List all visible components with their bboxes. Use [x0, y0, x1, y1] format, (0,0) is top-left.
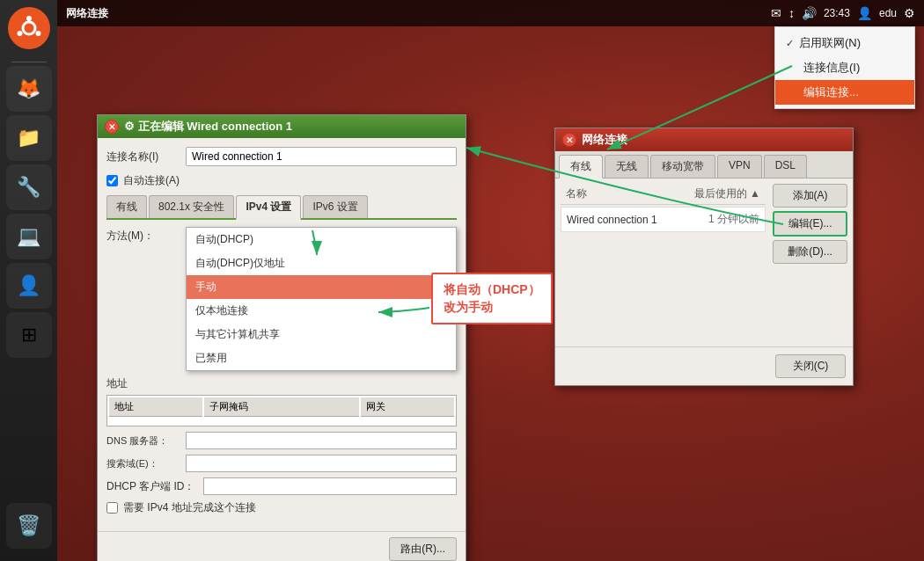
- net-dialog-footer: 关闭(C): [555, 346, 853, 385]
- edit-tab-wired[interactable]: 有线: [106, 195, 147, 218]
- dns-label: DNS 服务器：: [106, 434, 186, 448]
- taskbar-grid[interactable]: ⊞: [6, 312, 52, 358]
- net-tab-vpn[interactable]: VPN: [717, 155, 762, 178]
- svg-point-3: [17, 31, 22, 36]
- dns-row: DNS 服务器：: [106, 432, 457, 449]
- panel-time: 23:43: [824, 7, 850, 19]
- sys-tray-enable-label: 启用联网(N): [799, 35, 861, 51]
- route-button[interactable]: 路由(R)...: [389, 537, 457, 561]
- network-icon[interactable]: ↕: [788, 6, 795, 20]
- dhcp-input[interactable]: [203, 477, 457, 495]
- checkmark-icon: ✓: [786, 38, 794, 49]
- edit-tabs: 有线 802.1x 安全性 IPv4 设置 IPv6 设置: [106, 195, 457, 220]
- net-table-row[interactable]: Wired connection 1 1 分钟以前: [561, 207, 766, 232]
- net-dialog-tabs: 有线 无线 移动宽带 VPN DSL: [555, 151, 853, 178]
- taskbar-divider: [11, 62, 47, 62]
- method-auto-dhcp[interactable]: 自动(DHCP): [187, 228, 456, 251]
- conn-name-row: 连接名称(I): [106, 147, 457, 166]
- annotation-line1: 将自动（DHCP）: [444, 281, 540, 299]
- edit-title: ⚙ 正在编辑 Wired connection 1: [124, 119, 292, 135]
- net-dialog-title: 网络连接: [582, 132, 627, 148]
- address-section: 地址 地址 子网掩码 网关: [106, 376, 457, 426]
- sys-tray-enable-network[interactable]: ✓ 启用联网(N): [775, 31, 914, 55]
- close-button[interactable]: 关闭(C): [775, 354, 846, 378]
- sys-tray-info-label: 连接信息(I): [803, 60, 860, 76]
- delete-button[interactable]: 删除(D)...: [773, 240, 847, 264]
- addr-col-addr: 地址: [109, 397, 202, 417]
- mask-cell: [204, 419, 358, 424]
- address-label: 地址: [106, 376, 457, 391]
- address-row[interactable]: [109, 419, 454, 424]
- taskbar-trash[interactable]: 🗑️: [6, 503, 52, 549]
- dropdown-menu: 自动(DHCP) 自动(DHCP)仅地址 手动 仅本地连接 与其它计算机共享 已…: [186, 227, 457, 371]
- gw-cell: [361, 419, 454, 424]
- annotation-line2: 改为手动: [444, 299, 540, 317]
- taskbar-settings[interactable]: 🔧: [6, 164, 52, 210]
- top-panel: 网络连接 ✉ ↕ 🔊 23:43 👤 edu ⚙: [57, 0, 924, 26]
- taskbar: 🦊 📁 🔧 💻 👤 ⊞ 🗑️: [0, 0, 57, 561]
- edit-body: 连接名称(I) 自动连接(A) 有线 802.1x 安全性 IPv4 设置 IP…: [98, 138, 466, 531]
- panel-title: 网络连接: [66, 6, 108, 21]
- sys-tray-edit-label: 编辑连接...: [803, 84, 859, 100]
- annotation-box: 将自动（DHCP） 改为手动: [431, 273, 553, 324]
- taskbar-files[interactable]: 📁: [6, 115, 52, 161]
- dns-input[interactable]: [186, 432, 457, 449]
- edit-tab-security[interactable]: 802.1x 安全性: [149, 195, 234, 218]
- edit-tab-ipv4[interactable]: IPv4 设置: [236, 195, 301, 220]
- panel-user: edu: [879, 7, 897, 19]
- address-table: 地址 子网掩码 网关: [106, 395, 457, 426]
- net-tab-wired[interactable]: 有线: [559, 155, 603, 178]
- volume-icon[interactable]: 🔊: [802, 6, 817, 20]
- method-shared[interactable]: 与其它计算机共享: [187, 323, 456, 346]
- edit-button[interactable]: 编辑(E)...: [773, 211, 847, 237]
- svg-point-4: [35, 31, 40, 36]
- col-name: 名称: [566, 186, 587, 201]
- edit-close-btn[interactable]: ✕: [105, 120, 119, 134]
- edit-titlebar: ✕ ⚙ 正在编辑 Wired connection 1: [98, 115, 466, 138]
- user-icon[interactable]: 👤: [857, 6, 872, 20]
- method-manual[interactable]: 手动: [187, 275, 456, 299]
- edit-tab-ipv6[interactable]: IPv6 设置: [303, 195, 367, 218]
- method-label: 方法(M)：: [106, 227, 186, 244]
- taskbar-terminal[interactable]: 💻: [6, 214, 52, 259]
- svg-point-2: [26, 16, 32, 21]
- ipv4-required-row: 需要 IPv4 地址完成这个连接: [106, 500, 457, 515]
- ipv4-required-checkbox[interactable]: [106, 502, 118, 514]
- net-dialog-titlebar: ✕ 网络连接: [555, 128, 853, 151]
- search-input[interactable]: [186, 455, 457, 472]
- dhcp-label: DHCP 客户端 ID：: [106, 479, 203, 494]
- net-dialog-content: 名称 最后使用的 ▲ Wired connection 1 1 分钟以前 添加(…: [555, 178, 853, 269]
- sys-tray-edit-conn[interactable]: 编辑连接...: [775, 80, 914, 105]
- edit-connection-dialog: ✕ ⚙ 正在编辑 Wired connection 1 连接名称(I) 自动连接…: [97, 114, 466, 561]
- settings-icon[interactable]: ⚙: [904, 6, 915, 20]
- auto-connect-label: 自动连接(A): [123, 173, 180, 188]
- conn-name: Wired connection 1: [567, 214, 708, 226]
- edit-footer: 路由(R)...: [98, 531, 466, 561]
- addr-cell: [109, 419, 202, 424]
- method-auto-dhcp-addr[interactable]: 自动(DHCP)仅地址: [187, 251, 456, 275]
- addr-col-gw: 网关: [361, 397, 454, 417]
- net-tab-wireless[interactable]: 无线: [605, 155, 649, 178]
- ubuntu-logo[interactable]: [8, 7, 50, 49]
- net-tab-mobile[interactable]: 移动宽带: [650, 155, 715, 178]
- dhcp-row: DHCP 客户端 ID：: [106, 477, 457, 495]
- taskbar-users[interactable]: 👤: [6, 263, 52, 309]
- conn-name-input[interactable]: [186, 147, 457, 166]
- taskbar-browser[interactable]: 🦊: [6, 66, 52, 112]
- net-connections-dialog: ✕ 网络连接 有线 无线 移动宽带 VPN DSL 名称 最后使用的 ▲ Wir…: [554, 128, 854, 386]
- method-dropdown[interactable]: 自动(DHCP) 自动(DHCP)仅地址 手动 仅本地连接 与其它计算机共享 已…: [186, 227, 457, 371]
- net-dialog-close[interactable]: ✕: [562, 133, 576, 147]
- search-row: 搜索域(E)：: [106, 455, 457, 472]
- net-table-header: 名称 最后使用的 ▲: [561, 184, 766, 205]
- auto-connect-checkbox[interactable]: [106, 175, 118, 186]
- conn-name-label: 连接名称(I): [106, 149, 186, 164]
- email-icon[interactable]: ✉: [771, 6, 781, 20]
- method-disabled[interactable]: 已禁用: [187, 346, 456, 370]
- col-time: 最后使用的 ▲: [694, 186, 760, 201]
- method-local[interactable]: 仅本地连接: [187, 299, 456, 323]
- net-tab-dsl[interactable]: DSL: [764, 155, 807, 178]
- net-list-area: 名称 最后使用的 ▲ Wired connection 1 1 分钟以前: [561, 184, 766, 264]
- sys-tray-conn-info[interactable]: 连接信息(I): [775, 55, 914, 80]
- ipv4-required-label: 需要 IPv4 地址完成这个连接: [123, 500, 256, 515]
- add-button[interactable]: 添加(A): [773, 184, 847, 208]
